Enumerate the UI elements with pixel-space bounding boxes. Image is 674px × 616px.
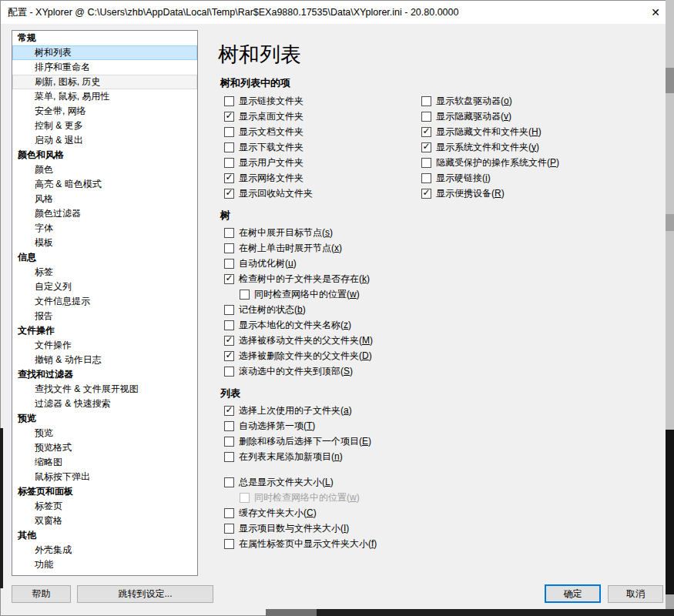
sidebar-item[interactable]: 预览格式 (12, 440, 197, 455)
checkbox-row[interactable]: 显示下载文件夹 (224, 139, 313, 155)
checkbox[interactable] (421, 189, 431, 199)
checkbox[interactable] (421, 112, 431, 122)
sidebar-item[interactable]: 过滤器 & 快速搜索 (12, 397, 197, 411)
checkbox-row[interactable]: 在树上单击时展开节点(x) (224, 240, 373, 256)
checkbox-row[interactable]: 选择被删除文件夹的父文件夹(D) (224, 348, 373, 363)
jump-to-settings-button[interactable]: 跳转到设定... (77, 585, 213, 603)
checkbox-row[interactable]: 在属性标签页中显示文件夹大小(f) (224, 536, 377, 551)
checkbox[interactable] (421, 127, 431, 137)
sidebar-item[interactable]: 预览 (12, 426, 197, 440)
sidebar-item[interactable]: 排序和重命名 (12, 60, 197, 75)
sidebar-item[interactable]: 标签 (12, 265, 197, 280)
sidebar-item[interactable]: 缩略图 (12, 455, 197, 470)
checkbox[interactable] (224, 406, 234, 416)
checkbox[interactable] (421, 158, 431, 168)
checkbox[interactable] (224, 336, 234, 346)
sidebar-item[interactable]: 双窗格 (12, 514, 197, 528)
checkbox[interactable] (224, 305, 234, 315)
checkbox-row[interactable]: 显示隐藏驱动器(v) (421, 109, 559, 124)
checkbox-row[interactable]: 自动选择第一项(T) (224, 418, 377, 434)
checkbox[interactable] (224, 437, 234, 447)
sidebar-item[interactable]: 模板 (12, 236, 197, 250)
checkbox[interactable] (224, 112, 234, 122)
checkbox[interactable] (224, 274, 234, 284)
checkbox-row[interactable]: 记住树的状态(b) (224, 302, 373, 317)
checkbox-row[interactable]: 在列表末尾添加新项目(n) (224, 449, 377, 464)
checkbox[interactable] (224, 142, 234, 152)
checkbox-row[interactable]: 显示用户文件夹 (224, 155, 313, 170)
checkbox[interactable] (224, 96, 234, 106)
sidebar-item[interactable]: 外壳集成 (12, 543, 197, 557)
checkbox-row[interactable]: 选择上次使用的子文件夹(a) (224, 403, 377, 418)
checkbox[interactable] (224, 477, 234, 487)
checkbox[interactable] (224, 367, 234, 377)
checkbox-row[interactable]: 选择被移动文件夹的父文件夹(M) (224, 333, 373, 348)
checkbox-row[interactable]: 显示硬链接(i) (421, 170, 559, 186)
sidebar-item[interactable]: 查找文件 & 文件展开视图 (12, 382, 197, 397)
checkbox[interactable] (224, 189, 234, 199)
checkbox-row[interactable]: 自动优化树(u) (224, 256, 373, 271)
checkbox[interactable] (240, 290, 250, 300)
checkbox-row[interactable]: 显示便携设备(R) (421, 186, 559, 201)
checkbox[interactable] (421, 96, 431, 106)
sidebar-item[interactable]: 鼠标按下弹出 (12, 470, 197, 484)
sidebar-item[interactable]: 颜色过滤器 (12, 206, 197, 221)
sidebar-item[interactable]: 报告 (12, 309, 197, 323)
checkbox-row[interactable]: 隐藏受保护的操作系统文件(P) (421, 155, 559, 170)
sidebar-item[interactable]: 文件操作 (12, 338, 197, 353)
checkbox[interactable] (421, 142, 431, 152)
checkbox-row[interactable]: 在树中展开目标节点(s) (224, 225, 373, 240)
sidebar-item[interactable]: 菜单, 鼠标, 易用性 (12, 89, 197, 104)
checkbox[interactable] (224, 243, 234, 253)
sidebar-item[interactable]: 控制 & 更多 (12, 119, 197, 133)
checkbox-row[interactable]: 显示本地化的文件夹名称(z) (224, 317, 373, 333)
checkbox-row[interactable]: 同时检查网络中的位置(w) (240, 286, 373, 302)
checkbox[interactable] (224, 508, 234, 518)
checkbox-row[interactable]: 显示文档文件夹 (224, 124, 313, 139)
checkbox-row[interactable]: 删除和移动后选择下一个项目(E) (224, 434, 377, 449)
sidebar-item[interactable]: 颜色 (12, 162, 197, 177)
checkbox[interactable] (224, 228, 234, 238)
sidebar-item[interactable]: 树和列表 (12, 45, 197, 60)
checkbox-row[interactable]: 缓存文件夹大小(C) (224, 505, 377, 521)
sidebar-item[interactable]: 安全带, 网络 (12, 104, 197, 119)
checkbox-row[interactable]: 显示软盘驱动器(o) (421, 93, 559, 109)
close-icon[interactable]: ✕ (642, 1, 669, 24)
checkbox-row[interactable]: 显示桌面文件夹 (224, 109, 313, 124)
checkbox-row[interactable]: 显示隐藏文件和文件夹(H) (421, 124, 559, 139)
checkbox[interactable] (224, 320, 234, 330)
checkbox-row[interactable]: 滚动选中的文件夹到顶部(S) (224, 363, 373, 379)
checkbox[interactable] (224, 158, 234, 168)
checkbox-row[interactable]: 显示项目数与文件夹大小(I) (224, 521, 377, 536)
checkbox-row[interactable]: 同时检查网络中的位置(w) (240, 490, 377, 505)
checkbox[interactable] (421, 173, 431, 183)
sidebar-item[interactable]: 刷新, 图标, 历史 (12, 75, 197, 89)
checkbox[interactable] (224, 173, 234, 183)
checkbox[interactable] (224, 452, 234, 462)
sidebar-item[interactable]: 字体 (12, 221, 197, 236)
ok-button[interactable]: 确定 (545, 584, 601, 603)
checkbox-row[interactable]: 显示链接文件夹 (224, 93, 313, 109)
sidebar-item[interactable]: 标签页 (12, 499, 197, 514)
checkbox[interactable] (224, 351, 234, 361)
sidebar-item[interactable]: 风格 (12, 192, 197, 206)
checkbox-row[interactable]: 显示网络文件夹 (224, 170, 313, 186)
sidebar-item[interactable]: 启动 & 退出 (12, 133, 197, 148)
checkbox[interactable] (224, 127, 234, 137)
sidebar-item[interactable]: 撤销 & 动作日志 (12, 353, 197, 367)
checkbox-row[interactable]: 显示系统文件和文件夹(y) (421, 139, 559, 155)
checkbox[interactable] (224, 539, 234, 549)
help-button[interactable]: 帮助 (12, 585, 71, 603)
sidebar-item[interactable]: 自定义列 (12, 280, 197, 294)
sidebar-item[interactable]: 高亮 & 暗色模式 (12, 177, 197, 192)
checkbox[interactable] (240, 493, 250, 503)
checkbox-row[interactable]: 检查树中的子文件夹是否存在(k) (224, 271, 373, 286)
sidebar-item[interactable]: 文件信息提示 (12, 294, 197, 309)
sidebar-item[interactable]: 功能 (12, 557, 197, 572)
checkbox-row[interactable]: 总是显示文件夹大小(L) (224, 474, 377, 490)
checkbox[interactable] (224, 524, 234, 534)
cancel-button[interactable]: 取消 (608, 585, 663, 603)
checkbox-row[interactable]: 显示回收站文件夹 (224, 186, 313, 201)
checkbox[interactable] (224, 421, 234, 431)
checkbox[interactable] (224, 259, 234, 269)
